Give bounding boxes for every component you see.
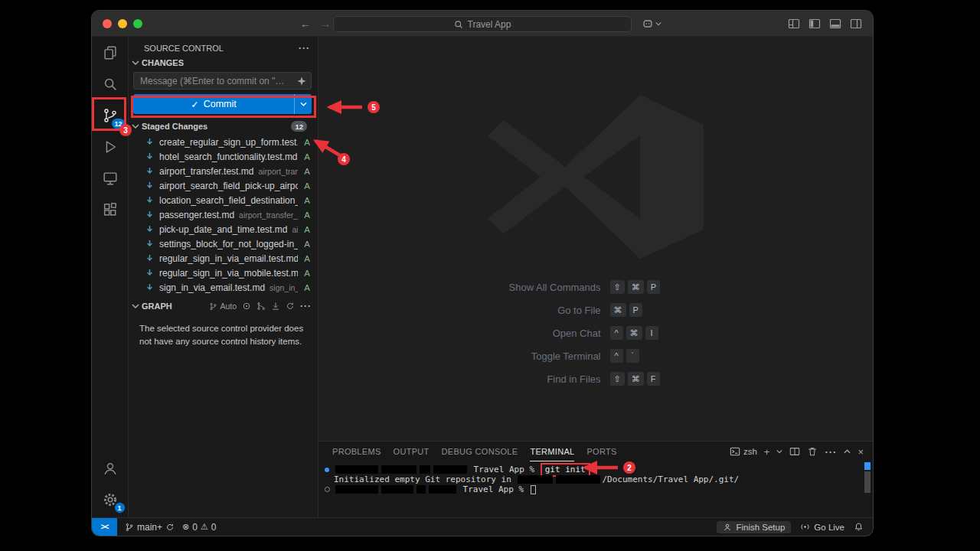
staged-changes-header[interactable]: Staged Changes 12 bbox=[129, 118, 318, 133]
panel-actions: zsh + ··· × bbox=[730, 446, 864, 457]
copilot-menu[interactable] bbox=[642, 18, 662, 30]
remote-indicator[interactable]: >< bbox=[92, 518, 117, 536]
terminal-shell-picker[interactable]: zsh bbox=[730, 446, 757, 457]
scm-file-row[interactable]: settings_block_for_not_logged-in_u…A bbox=[129, 236, 318, 251]
activity-settings[interactable]: 1 bbox=[92, 484, 129, 515]
zoom-window-button[interactable] bbox=[133, 19, 142, 28]
scm-file-row[interactable]: airport_search_field_pick-up_airpor…A bbox=[129, 178, 318, 193]
key-cap: ⌘ bbox=[626, 326, 642, 340]
terminal-scrollbar-thumb[interactable] bbox=[864, 471, 871, 493]
activity-search[interactable] bbox=[92, 68, 129, 99]
commit-message-input[interactable]: Message (⌘Enter to commit on "… bbox=[133, 72, 312, 90]
chevron-down-icon bbox=[300, 102, 307, 106]
git-status-added: A bbox=[304, 181, 310, 191]
activity-remote-explorer[interactable] bbox=[92, 162, 129, 194]
key-cap: ⇧ bbox=[610, 372, 625, 386]
kill-terminal-button[interactable] bbox=[807, 446, 818, 457]
panel-tab-terminal[interactable]: TERMINAL bbox=[530, 442, 574, 461]
scm-file-row[interactable]: hotel_search_functionality.test.mdA bbox=[129, 149, 318, 164]
markdown-file-icon bbox=[145, 268, 155, 278]
file-name: regular_sign_in_via_email.test.md bbox=[159, 253, 298, 264]
scm-file-row[interactable]: passenger.test.mdairport_transfer_s…A bbox=[129, 207, 318, 222]
extensions-icon bbox=[102, 201, 119, 218]
forward-icon[interactable]: → bbox=[320, 18, 331, 30]
panel-tab-ports[interactable]: PORTS bbox=[586, 442, 616, 461]
command-center[interactable]: Travel App bbox=[333, 16, 632, 32]
file-name: regular_sign_in_via_mobile.test.md… bbox=[159, 268, 298, 279]
git-status-added: A bbox=[304, 269, 310, 278]
changes-section-header[interactable]: CHANGES bbox=[129, 55, 318, 69]
chevron-down-icon bbox=[132, 123, 139, 129]
finish-setup-label: Finish Setup bbox=[736, 523, 785, 532]
merge-icon[interactable] bbox=[256, 302, 266, 311]
new-terminal-button[interactable]: + bbox=[764, 447, 770, 457]
graph-section-header[interactable]: GRAPH Auto ··· bbox=[129, 298, 318, 312]
refresh-icon[interactable] bbox=[286, 302, 295, 311]
editor-area: Show All Commands⇧⌘PGo to File⌘POpen Cha… bbox=[318, 37, 873, 441]
panel-tab-debug-console[interactable]: DEBUG CONSOLE bbox=[442, 442, 518, 461]
key-cap: ` bbox=[626, 349, 639, 363]
activity-extensions[interactable] bbox=[92, 194, 129, 225]
generate-commit-message-icon[interactable] bbox=[296, 76, 307, 86]
redacted-text bbox=[381, 485, 413, 494]
finish-setup-button[interactable]: Finish Setup bbox=[717, 521, 791, 533]
close-panel-button[interactable]: × bbox=[858, 447, 864, 457]
scm-file-row[interactable]: location_search_field_destination_l…A bbox=[129, 193, 318, 207]
scm-file-row[interactable]: create_regular_sign_up_form.test.mdA bbox=[129, 135, 318, 149]
terminal-scroll-decoration bbox=[864, 462, 871, 470]
terminal-dropdown-button[interactable] bbox=[776, 449, 782, 454]
scm-file-row[interactable]: regular_sign_in_via_email.test.mdsi…A bbox=[129, 251, 318, 266]
activity-run-debug[interactable] bbox=[92, 131, 129, 162]
branch-icon bbox=[209, 302, 217, 311]
graph-auto-control[interactable]: Auto bbox=[209, 302, 237, 311]
back-icon[interactable]: ← bbox=[300, 18, 311, 30]
maximize-panel-button[interactable] bbox=[844, 449, 851, 454]
more-actions-icon[interactable]: ··· bbox=[300, 302, 312, 310]
terminal[interactable]: Travel App % git initInitialized empty G… bbox=[318, 461, 873, 517]
editor-and-panel: Show All Commands⇧⌘PGo to File⌘POpen Cha… bbox=[318, 37, 873, 517]
check-icon: ✓ bbox=[191, 99, 198, 110]
toggle-secondary-sidebar-icon[interactable] bbox=[850, 18, 862, 30]
terminal-line: Travel App % git init bbox=[325, 465, 873, 474]
fetch-icon[interactable] bbox=[271, 302, 280, 311]
split-terminal-button[interactable] bbox=[789, 446, 800, 457]
redacted-text bbox=[416, 485, 426, 494]
more-actions-icon[interactable]: ··· bbox=[825, 447, 837, 457]
activity-accounts[interactable] bbox=[92, 452, 129, 484]
commit-dropdown-button[interactable] bbox=[294, 94, 312, 114]
activity-source-control[interactable]: 12 bbox=[92, 99, 129, 131]
git-status-added: A bbox=[304, 167, 310, 176]
git-status-added: A bbox=[304, 283, 310, 292]
commit-button-label: Commit bbox=[204, 99, 237, 109]
branch-status-item[interactable]: main+ bbox=[125, 522, 175, 533]
error-count: 0 bbox=[192, 522, 198, 533]
sync-changes-icon[interactable] bbox=[165, 523, 175, 532]
more-actions-icon[interactable]: ··· bbox=[299, 44, 310, 52]
scm-file-row[interactable]: airport_transfer.test.mdairport_trans…A bbox=[129, 164, 318, 178]
scm-file-row[interactable]: regular_sign_in_via_mobile.test.md…A bbox=[129, 266, 318, 280]
account-icon bbox=[102, 460, 119, 477]
customize-layout-icon[interactable] bbox=[788, 18, 800, 30]
shell-label: zsh bbox=[743, 447, 757, 456]
command-decoration-filled bbox=[325, 468, 334, 472]
minimize-window-button[interactable] bbox=[118, 19, 127, 28]
problems-status-item[interactable]: ⊗ 0 ⚠ 0 bbox=[182, 522, 216, 533]
scm-file-row[interactable]: sign_in_via_email.test.mdsign_in_fo…A bbox=[129, 280, 318, 295]
terminal-icon bbox=[730, 446, 740, 457]
markdown-file-icon bbox=[145, 166, 155, 176]
activity-explorer[interactable] bbox=[92, 37, 129, 68]
toggle-panel-icon[interactable] bbox=[829, 18, 841, 30]
chevron-down-icon bbox=[132, 303, 139, 309]
go-live-button[interactable]: Go Live bbox=[800, 522, 844, 532]
file-name: location_search_field_destination_l… bbox=[159, 195, 298, 206]
commit-button[interactable]: ✓ Commit bbox=[133, 94, 312, 114]
panel-tab-problems[interactable]: PROBLEMS bbox=[332, 442, 381, 461]
staged-count-badge: 12 bbox=[291, 121, 307, 132]
panel-tab-output[interactable]: OUTPUT bbox=[394, 442, 430, 461]
toggle-primary-sidebar-icon[interactable] bbox=[808, 18, 821, 30]
scm-file-row[interactable]: pick-up_date_and_time.test.mdairp…A bbox=[129, 222, 318, 236]
target-icon[interactable] bbox=[242, 302, 251, 311]
command-center-text: Travel App bbox=[468, 19, 511, 30]
bell-icon[interactable] bbox=[854, 522, 864, 532]
close-window-button[interactable] bbox=[103, 19, 112, 28]
